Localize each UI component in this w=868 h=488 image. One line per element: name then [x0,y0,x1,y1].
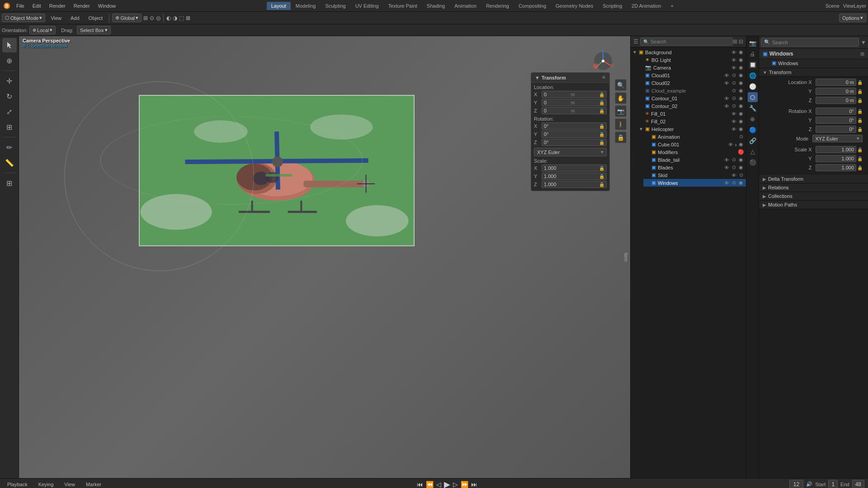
timeline-marker-menu[interactable]: Marker [82,481,105,488]
audio-sync-icon[interactable]: 🔊 [806,481,812,487]
prop-particles-icon[interactable]: ⊕ [748,114,758,124]
tab-animation[interactable]: Animation [450,2,481,10]
blades-extra[interactable]: ⊙ [731,164,737,170]
outliner-filter-icon[interactable]: ⊞ [733,38,737,45]
tab-rendering[interactable]: Rendering [481,2,514,10]
tab-shading[interactable]: Shading [422,2,449,10]
cloud01-extra[interactable]: ⊙ [731,72,737,78]
outliner-item-windows[interactable]: ▣ Windows 👁 ⊙ ◉ [643,179,746,187]
animation-extra[interactable]: ⊙ [738,134,744,140]
blade-tail-extra[interactable]: ⊙ [731,157,737,163]
prop-rot-x-lock[interactable]: 🔒 [857,109,863,114]
prop-scene-icon[interactable]: 🌐 [748,70,758,80]
blade-tail-render[interactable]: ◉ [738,157,744,163]
windows-render[interactable]: ◉ [738,180,744,186]
tab-geometry-nodes[interactable]: Geometry Nodes [551,2,598,10]
skid-extra[interactable]: ⊙ [738,172,744,178]
transform-panel-close[interactable]: ✕ [602,75,606,80]
rot-y-lock[interactable]: 🔒 [599,132,604,137]
camera-render[interactable]: ◉ [738,65,744,70]
outliner-item-bglight[interactable]: ☀ BG Light 👁 ◉ [637,56,746,64]
scale-y-value[interactable]: 1.000 [544,174,557,179]
delta-transform-header[interactable]: ▶ Delta Transform [759,175,868,183]
options-dropdown[interactable]: Options ▾ [839,14,866,22]
outliner-item-contour02[interactable]: ▣ Contour_02 👁 ⊙ ◉ [637,102,746,110]
outliner-item-blades[interactable]: ▣ Blades 👁 ⊙ ◉ [643,164,746,171]
timeline-keying-menu[interactable]: Keying [35,481,57,488]
tool-select[interactable] [2,38,17,52]
viewport[interactable]: Camera Perspective IFC Selection Window [19,36,630,478]
helicopter-render[interactable]: ◉ [738,126,744,132]
prop-rot-y-field[interactable]: 0° [816,117,857,124]
outliner-item-cloud-example[interactable]: ▣ Cloud_example ⊙ ◉ [637,87,746,94]
loc-x-lock[interactable]: 🔒 [599,92,604,97]
menu-edit[interactable]: Edit [29,2,45,9]
outliner-item-cloud02[interactable]: ▣ Cloud02 👁 ⊙ ◉ [637,79,746,87]
prop-material-icon[interactable]: ⚫ [748,157,758,167]
loc-x-value[interactable]: 0 [544,92,547,97]
cloud-ex-extra[interactable]: ⊙ [731,88,737,94]
prop-world-icon[interactable]: ⚪ [748,81,758,91]
jump-end-btn[interactable]: ⏭ [471,481,477,488]
tab-sculpting[interactable]: Sculpting [321,2,350,10]
outliner-item-animation[interactable]: ▣ Animation ⊙ [643,133,746,141]
cloud02-visibility[interactable]: 👁 [723,80,730,86]
cloud02-extra[interactable]: ⊙ [731,80,737,86]
prop-object-icon[interactable]: ⬡ [748,92,758,102]
scale-z-lock[interactable]: 🔒 [599,182,604,187]
view-menu[interactable]: View [47,14,65,22]
fill02-render[interactable]: ◉ [738,118,744,124]
prop-view-layer-icon[interactable]: 🔲 [748,60,758,70]
helicopter-expand[interactable]: ▼ [639,127,644,131]
menu-file[interactable]: File [13,2,28,9]
tool-rotate[interactable]: ↻ [2,89,17,103]
loc-z-value[interactable]: 0 [544,108,547,113]
timeline-view-menu[interactable]: View [61,481,79,488]
bglight-visibility[interactable]: 👁 [731,57,737,63]
overlay-icon[interactable]: ⬚ [179,15,184,21]
loc-y-value[interactable]: 0 [544,100,547,105]
outliner-item-modifiers[interactable]: ▣ Modifiers 🔴 [643,148,746,156]
tab-compositing[interactable]: Compositing [514,2,551,10]
viewport-shading-icon[interactable]: ◑ [173,15,177,21]
prop-constraints-icon[interactable]: 🔗 [748,136,758,145]
background-expand[interactable]: ▼ [632,50,638,55]
prop-rot-y-lock[interactable]: 🔒 [857,118,863,123]
vp-lock-icon[interactable]: 🔒 [615,131,627,143]
skid-visibility[interactable]: 👁 [731,173,737,178]
properties-search-text[interactable]: Search [772,40,788,45]
prop-scale-y-field[interactable]: 1.000 [816,155,857,162]
background-render[interactable]: ◉ [738,49,744,55]
blades-render[interactable]: ◉ [738,164,744,170]
collections-header[interactable]: ▶ Collections [759,192,868,201]
helicopter-visibility[interactable]: 👁 [731,127,737,132]
tab-modeling[interactable]: Modeling [291,2,321,10]
tool-scale[interactable]: ⤢ [2,104,17,119]
timeline-playback-menu[interactable]: Playback [4,481,31,488]
prop-object-data-icon[interactable]: △ [748,146,758,156]
prop-render-icon[interactable]: 📷 [748,38,758,48]
tab-layout[interactable]: Layout [267,2,291,10]
prop-scale-x-field[interactable]: 1.000 [816,146,857,153]
orientation-selector[interactable]: ⊕ Local ▾ [29,26,56,34]
bglight-render[interactable]: ◉ [738,57,744,63]
motion-paths-header[interactable]: ▶ Motion Paths [759,201,868,209]
contour01-extra[interactable]: ⊙ [731,95,737,101]
blade-tail-visibility[interactable]: 👁 [723,157,730,163]
prev-keyframe-btn[interactable]: ⏪ [426,481,434,488]
tab-scripting[interactable]: Scripting [598,2,627,10]
menu-render[interactable]: Render [46,2,69,9]
outliner-item-camera[interactable]: 📷 Camera 👁 ◉ [637,64,746,71]
current-frame-input[interactable]: 12 [789,480,803,488]
prop-physics-icon[interactable]: 🔵 [748,125,758,135]
vp-person-icon[interactable]: 🚶 [615,118,627,130]
vp-zoom-icon[interactable]: 🔍 [615,79,627,91]
loc-y-lock[interactable]: 🔒 [599,100,604,105]
scale-y-lock[interactable]: 🔒 [599,174,604,179]
prop-loc-x-field[interactable]: 0 m [816,79,857,86]
rotation-mode-dropdown[interactable]: XYZ Euler ▾ [534,148,607,156]
tab-2d-animation[interactable]: 2D Animation [627,2,665,10]
contour01-render[interactable]: ◉ [738,95,744,101]
tab-add[interactable]: + [666,2,678,10]
properties-filter-icon[interactable]: ▼ [861,39,866,46]
